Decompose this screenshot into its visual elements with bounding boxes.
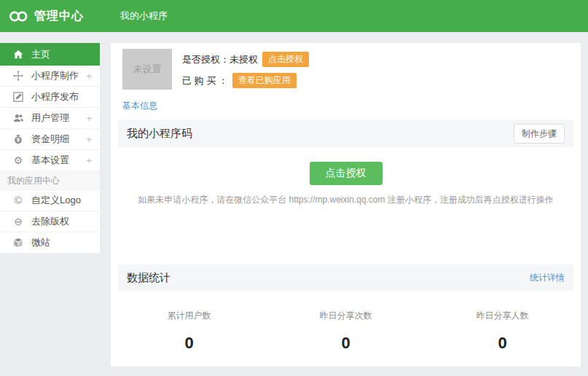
edit-icon (12, 91, 24, 103)
sidebar-item-user-management[interactable]: 用户管理 + (0, 108, 100, 129)
sidebar-item-miniprogram-build[interactable]: 小程序制作 + (0, 66, 100, 87)
expand-plus-icon[interactable]: + (86, 155, 92, 166)
expand-plus-icon[interactable]: + (86, 113, 92, 124)
brand-title: 管理中心 (34, 9, 84, 24)
cube-icon (12, 237, 24, 248)
qrcode-section-title: 我的小程序码 (127, 127, 514, 141)
stats-detail-link[interactable]: 统计详情 (530, 272, 565, 284)
stat-label: 累计用户数 (111, 310, 267, 322)
stat-value: 0 (111, 334, 267, 353)
stat-label: 昨日分享人数 (424, 310, 581, 322)
stats-row: 累计用户数 0 昨日分享次数 0 昨日分享人数 0 (111, 310, 581, 353)
stat-label: 昨日分享次数 (267, 310, 424, 322)
view-purchased-button[interactable]: 查看已购应用 (232, 73, 297, 88)
sidebar-section-app-center: 我的应用中心 (0, 171, 100, 190)
expand-plus-icon[interactable]: + (86, 134, 92, 145)
copyright-icon: © (12, 195, 24, 206)
sidebar-item-funds-detail[interactable]: 资金明细 + (0, 129, 100, 150)
stats-section-header: 数据统计 统计详情 (118, 265, 573, 291)
home-icon (12, 49, 24, 60)
stat-value: 0 (267, 334, 424, 353)
gear-icon: ⚙ (12, 154, 24, 166)
sidebar-item-label: 去除版权 (31, 215, 69, 228)
sidebar-item-remove-copyright[interactable]: ⊖ 去除版权 (0, 211, 100, 232)
register-tip-text: 如果未申请小程序，请在微信公众平台 https://mp.weixin.qq.c… (111, 194, 581, 206)
stat-yesterday-shares: 昨日分享次数 0 (267, 310, 424, 353)
app-thumbnail-placeholder: 未设置 (122, 49, 172, 90)
sidebar-item-label: 微站 (31, 236, 50, 249)
main-content: 未设置 是否授权：未授权 点击授权 已 购 买 ： 查看已购应用 基本信息 我的… (111, 43, 581, 367)
brand-logo-icon (9, 10, 28, 23)
brand: 管理中心 (0, 9, 100, 24)
sidebar-item-label: 基本设置 (31, 154, 69, 167)
purchased-label: 已 购 买 ： (182, 74, 228, 87)
stat-total-users: 累计用户数 0 (111, 310, 267, 353)
qrcode-section-header: 我的小程序码 制作步骤 (118, 120, 573, 147)
basic-info-link[interactable]: 基本信息 (122, 100, 157, 112)
sidebar-item-label: 小程序制作 (31, 69, 79, 82)
app-info-block: 未设置 是否授权：未授权 点击授权 已 购 买 ： 查看已购应用 (122, 49, 569, 94)
authorize-badge-button[interactable]: 点击授权 (262, 52, 309, 67)
top-header: 管理中心 我的小程序 (0, 0, 588, 32)
authorize-button[interactable]: 点击授权 (310, 162, 383, 185)
minus-circle-icon: ⊖ (12, 216, 24, 227)
sidebar-item-label: 用户管理 (31, 111, 69, 125)
money-bag-icon (12, 133, 24, 145)
stat-value: 0 (424, 334, 581, 353)
sidebar-item-basic-settings[interactable]: ⚙ 基本设置 + (0, 150, 100, 171)
sidebar: 主页 小程序制作 + 小程序发布 用户管理 + (0, 43, 100, 254)
sidebar-item-microsite[interactable]: 微站 (0, 232, 100, 254)
sidebar-item-label: 主页 (31, 48, 50, 61)
stats-section-title: 数据统计 (127, 271, 530, 285)
expand-plus-icon[interactable]: + (86, 71, 92, 82)
making-steps-button[interactable]: 制作步骤 (514, 124, 565, 144)
move-icon (12, 70, 24, 82)
topnav-my-miniprogram[interactable]: 我的小程序 (113, 9, 175, 23)
users-icon (12, 112, 24, 124)
sidebar-item-label: 小程序发布 (31, 90, 79, 103)
auth-status-label: 是否授权：未授权 (182, 53, 258, 66)
sidebar-item-home[interactable]: 主页 (0, 43, 100, 66)
sidebar-item-miniprogram-publish[interactable]: 小程序发布 (0, 87, 100, 108)
sidebar-item-label: 资金明细 (31, 133, 69, 146)
sidebar-item-custom-logo[interactable]: © 自定义Logo (0, 190, 100, 211)
stat-yesterday-sharers: 昨日分享人数 0 (424, 310, 581, 353)
sidebar-item-label: 自定义Logo (31, 194, 81, 207)
